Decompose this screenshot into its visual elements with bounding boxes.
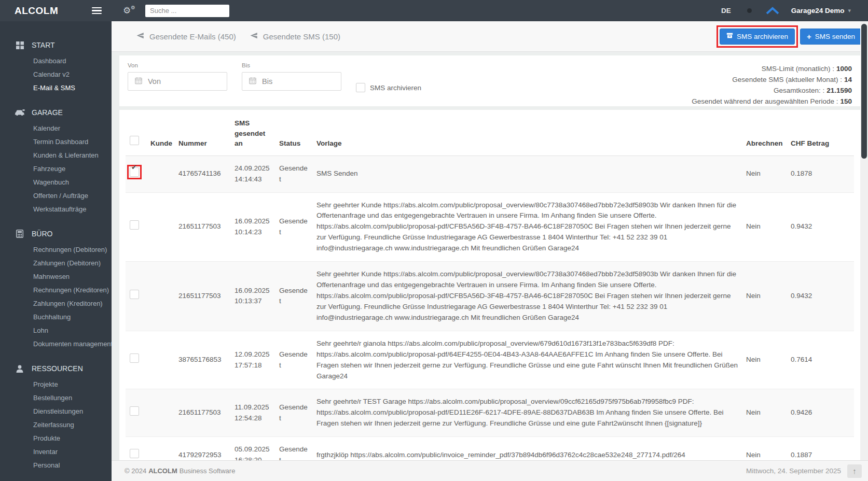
date-from-field[interactable] <box>148 77 210 86</box>
sidebar-section-garage: GARAGE KalenderTermin DashboardKunden & … <box>0 105 112 216</box>
cell-kunde <box>146 331 174 389</box>
row-checkbox[interactable] <box>130 220 139 230</box>
send-icon <box>250 32 258 41</box>
sidebar-item-zahlungen-kreditoren-[interactable]: Zahlungen (Kreditoren) <box>0 296 112 310</box>
sidebar-item-buchhaltung[interactable]: Buchhaltung <box>0 310 112 323</box>
table-row: 21651177503 16.09.2025 10:14:23 Gesendet… <box>126 192 854 262</box>
sidebar-item-zahlungen-debitoren-[interactable]: Zahlungen (Debitoren) <box>0 256 112 270</box>
sidebar-section-start: START DashboardCalendar v2E-Mail & SMS <box>0 38 112 94</box>
cell-abrechnen: Nein <box>742 437 787 460</box>
bis-label: Bis <box>242 62 341 68</box>
sidebar-item-lohn[interactable]: Lohn <box>0 323 112 337</box>
sidebar-item-werkstattauftr-ge[interactable]: Werkstattaufträge <box>0 202 112 216</box>
sidebar-nav: START DashboardCalendar v2E-Mail & SMS G… <box>0 21 112 481</box>
tab-gesendete-emails[interactable]: Gesendete E-Mails (450) <box>136 32 236 41</box>
sidebar-item-mahnwesen[interactable]: Mahnwesen <box>0 270 112 283</box>
sidebar-item-rechnungen-kreditoren-[interactable]: Rechnungen (Kreditoren) <box>0 283 112 296</box>
search-input[interactable] <box>145 5 229 17</box>
header-kunde: Kunde <box>146 113 174 155</box>
sidebar-item-projekte[interactable]: Projekte <box>0 377 112 391</box>
checkbox-label: SMS archivieren <box>370 84 421 92</box>
sidebar-item-kalender[interactable]: Kalender <box>0 121 112 135</box>
sidebar-item-bestellungen[interactable]: Bestellungen <box>0 391 112 404</box>
sidebar-item-fahrzeuge[interactable]: Fahrzeuge <box>0 162 112 175</box>
hamburger-menu-icon[interactable] <box>92 5 102 17</box>
cell-status: Gesendet <box>275 155 312 192</box>
sidebar-section-header-ressourcen[interactable]: RESSOURCEN <box>0 361 112 376</box>
sidebar-item-wagenbuch[interactable]: Wagenbuch <box>0 175 112 189</box>
copyright: © 2024ALCOLMBusiness Software <box>125 467 237 475</box>
table-row: 38765176853 12.09.2025 17:57:18 Gesendet… <box>126 331 854 389</box>
sms-table: Kunde Nummer SMS gesendet an Status Vorl… <box>126 113 854 460</box>
sidebar-item-rechnungen-debitoren-[interactable]: Rechnungen (Debitoren) <box>0 243 112 256</box>
sidebar-item-zeiterfassung[interactable]: Zeiterfassung <box>0 418 112 431</box>
cell-kunde <box>146 437 174 460</box>
sidebar-section-buero: BÜRO Rechnungen (Debitoren)Zahlungen (De… <box>0 227 112 350</box>
sidebar-section-header-garage[interactable]: GARAGE <box>0 105 112 120</box>
sidebar-item-dienstleistungen[interactable]: Dienstleistungen <box>0 404 112 418</box>
sidebar-item-e-mail-sms[interactable]: E-Mail & SMS <box>0 81 112 94</box>
header-nummer: Nummer <box>174 113 230 155</box>
select-all-checkbox[interactable] <box>130 136 139 145</box>
sidebar-item-inventar[interactable]: Inventar <box>0 445 112 458</box>
header-betrag: CHF Betrag <box>787 113 854 155</box>
sms-archive-button[interactable]: SMS archivieren <box>720 29 795 45</box>
chevron-down-icon[interactable]: ▾ <box>848 7 851 14</box>
sidebar-section-header-buero[interactable]: BÜRO <box>0 227 112 241</box>
sms-table-panel: Kunde Nummer SMS gesendet an Status Vorl… <box>119 110 860 460</box>
language-selector[interactable]: DE <box>721 7 731 15</box>
checkbox-annotation <box>127 218 142 232</box>
notification-dot-icon[interactable] <box>747 8 752 13</box>
date-to-field[interactable] <box>262 77 324 86</box>
gears-icon[interactable]: ⚙⚙ <box>123 6 135 15</box>
scroll-to-top-button[interactable]: ↑ <box>847 464 862 478</box>
table-header-row: Kunde Nummer SMS gesendet an Status Vorl… <box>126 113 854 155</box>
sidebar-list-ressourcen: ProjekteBestellungenDienstleistungenZeit… <box>0 377 112 472</box>
cell-gesendet-an: 05.09.2025 16:28:20 <box>230 437 275 460</box>
vertical-scrollbar[interactable] <box>860 21 868 460</box>
sidebar-item-dokumenten-management[interactable]: Dokumenten management <box>0 337 112 350</box>
archive-filter-group: SMS archivieren <box>356 76 421 99</box>
header-actions: SMS archivieren + SMS senden <box>717 25 862 48</box>
sidebar-item-personal[interactable]: Personal <box>0 458 112 472</box>
sidebar-item-offerten-auftr-ge[interactable]: Offerten / Aufträge <box>0 189 112 202</box>
sms-send-button[interactable]: + SMS senden <box>800 29 862 45</box>
row-checkbox[interactable] <box>130 406 139 416</box>
cell-abrechnen: Nein <box>742 262 787 331</box>
sms-table-body: 41765741136 24.09.2025 14:14:43 Gesendet… <box>126 155 854 460</box>
calculator-icon <box>15 230 25 238</box>
sidebar-item-kunden-lieferanten[interactable]: Kunden & Lieferanten <box>0 148 112 162</box>
sms-archive-checkbox[interactable] <box>356 83 365 92</box>
row-checkbox[interactable] <box>130 290 139 299</box>
sidebar-item-termin-dashboard[interactable]: Termin Dashboard <box>0 135 112 148</box>
account-menu[interactable]: Garage24 Demo <box>791 7 845 15</box>
topbar-left: ⚙⚙ <box>112 5 229 17</box>
sidebar-section-header-start[interactable]: START <box>0 38 112 52</box>
cell-vorlage: Sehr geehrte/r gianola https://abs.alcol… <box>312 331 742 389</box>
button-label: SMS archivieren <box>737 33 788 40</box>
cell-gesendet-an: 24.09.2025 14:14:43 <box>230 155 275 192</box>
user-icon <box>15 365 25 373</box>
content-area: Von Bis SMS archivieren <box>112 52 868 460</box>
date-to-input[interactable] <box>242 72 341 91</box>
tab-gesendete-sms[interactable]: Gesendete SMS (150) <box>250 32 340 41</box>
cell-abrechnen: Nein <box>742 331 787 389</box>
cell-vorlage: frgthzjklöp https://abs.alcolm.com/publi… <box>312 437 742 460</box>
sidebar-item-calendar-v2[interactable]: Calendar v2 <box>0 67 112 81</box>
footer-date: Mittwoch, 24. September 2025 <box>746 467 841 475</box>
sidebar-item-produkte[interactable]: Produkte <box>0 431 112 445</box>
scrollbar-thumb[interactable] <box>861 24 867 159</box>
filter-panel: Von Bis SMS archivieren <box>119 55 860 106</box>
sidebar-list-buero: Rechnungen (Debitoren)Zahlungen (Debitor… <box>0 243 112 350</box>
send-icon <box>136 32 144 41</box>
date-from-input[interactable] <box>128 72 227 91</box>
row-checkbox[interactable] <box>130 449 139 458</box>
sidebar-item-dashboard[interactable]: Dashboard <box>0 54 112 67</box>
header-status: Status <box>275 113 312 155</box>
cell-abrechnen: Nein <box>742 155 787 192</box>
cell-status: Gesendet <box>275 389 312 437</box>
row-checkbox[interactable] <box>130 353 139 363</box>
row-checkbox[interactable] <box>130 167 139 177</box>
table-row: 21651177503 16.09.2025 10:13:37 Gesendet… <box>126 262 854 331</box>
cell-nummer: 21651177503 <box>174 192 230 262</box>
